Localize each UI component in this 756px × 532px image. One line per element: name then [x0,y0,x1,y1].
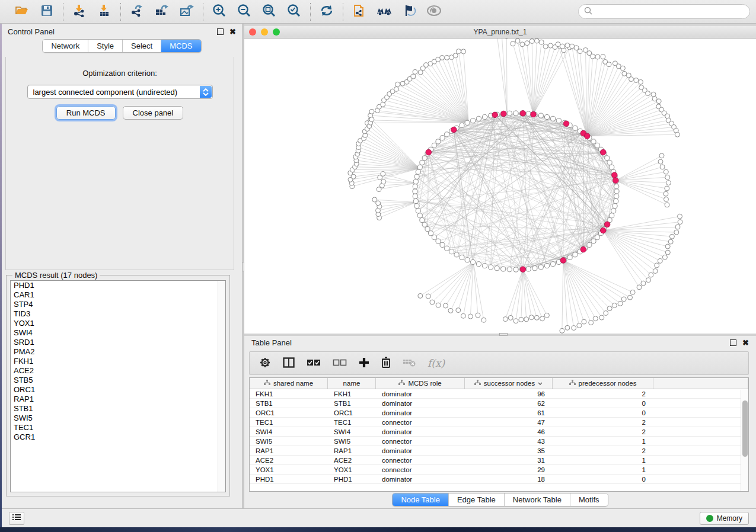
zoom-fit-button[interactable] [259,3,279,21]
cell-predecessor_nodes: 2 [553,418,653,427]
column-header-predecessor-nodes[interactable]: predecessor nodes [553,378,653,389]
mcds-result-item[interactable]: FKH1 [11,357,225,366]
optimization-criterion-select[interactable]: largest connected component (undirected) [27,85,213,99]
mcds-result-item[interactable]: ORC1 [11,385,225,395]
mcds-result-list: PHD1CAR1STP4TID3YOX1SWI4SRD1PMA2FKH1ACE2… [10,280,226,492]
select-all-button[interactable] [307,359,321,368]
control-panel-float-icon[interactable] [217,28,224,35]
network-graph[interactable] [244,39,756,334]
add-column-button[interactable] [359,357,369,370]
control-panel: Control Panel ✖ NetworkStyleSelectMCDS O… [2,24,242,508]
column-panel-button[interactable] [283,357,295,370]
mcds-result-item[interactable]: TEC1 [11,423,225,432]
table-row[interactable]: PHD1PHD1dominator180 [250,475,748,484]
cell-mcds_role: dominator [376,446,465,455]
delete-button[interactable] [381,357,391,370]
cell-mcds_role: dominator [376,399,465,408]
mcds-result-item[interactable]: ACE2 [11,366,225,376]
mcds-result-item[interactable]: SWI4 [11,328,225,338]
sort-chevron-icon [538,382,543,385]
tree-icon [474,380,481,387]
mcds-result-item[interactable]: GCR1 [11,432,225,442]
tab-select[interactable]: Select [122,40,161,52]
table-row[interactable]: YOX1YOX1connector291 [250,465,748,475]
cell-successor_nodes: 61 [465,408,553,417]
import-table-button[interactable] [94,3,114,21]
table-panel-float-icon[interactable] [730,339,736,346]
tab-network-table[interactable]: Network Table [504,493,570,506]
table-row[interactable]: STB1STB1dominator620 [250,399,748,408]
export-network-button[interactable] [127,3,147,21]
tab-motifs[interactable]: Motifs [570,493,608,506]
table-scrollbar-thumb[interactable] [742,400,748,457]
tab-style[interactable]: Style [88,40,122,52]
table-row[interactable]: ORC1ORC1dominator610 [250,408,748,418]
network-window-titlebar[interactable]: YPA_prune.txt_1 [244,26,756,39]
column-header-MCDS-role[interactable]: MCDS role [376,378,465,389]
cell-name: ORC1 [328,408,376,417]
tab-node-table[interactable]: Node Table [393,493,448,506]
mcds-result-item[interactable]: PMA2 [11,347,225,357]
mcds-result-item[interactable]: CAR1 [11,290,225,300]
function-builder-button[interactable]: f(x) [428,357,445,369]
show-all-button[interactable] [424,3,444,21]
zoom-selected-button[interactable] [284,3,304,21]
open-session-button[interactable] [12,3,32,21]
first-neighbors-button[interactable] [374,3,394,21]
hide-selected-button[interactable] [399,3,419,21]
export-image-button[interactable] [177,3,197,21]
table-row[interactable]: RAP1RAP1dominator352 [250,446,748,456]
close-panel-button[interactable]: Close panel [123,106,184,120]
mcds-result-item[interactable]: TID3 [11,309,225,319]
mcds-list-scrollbar[interactable] [218,281,225,492]
column-label: shared name [273,380,313,387]
search-input[interactable] [592,8,744,16]
cell-name: FKH1 [328,389,376,398]
mcds-result-item[interactable]: STP4 [11,300,225,309]
save-session-button[interactable] [37,3,57,21]
show-all-icon [426,5,442,18]
mcds-result-item[interactable]: YOX1 [11,319,225,328]
zoom-in-button[interactable] [209,3,229,21]
gear-button[interactable] [259,357,271,370]
zoom-out-button[interactable] [234,3,254,21]
import-network-button[interactable] [69,3,90,21]
mcds-result-item[interactable]: PHD1 [11,281,225,290]
network-from-selection-button[interactable] [349,3,369,21]
network-view[interactable] [244,39,756,334]
mcds-result-item[interactable]: STB5 [11,376,225,385]
tab-edge-table[interactable]: Edge Table [448,493,504,506]
memory-button[interactable]: Memory [700,512,749,525]
table-panel-title: Table Panel [251,338,292,347]
cell-predecessor_nodes: 2 [553,389,653,398]
mcds-result-item[interactable]: SWI5 [11,414,225,423]
table-row[interactable]: FKH1FKH1dominator962 [250,389,748,399]
table-panel-close-icon[interactable]: ✖ [742,339,749,346]
mcds-result-item[interactable]: STB1 [11,404,225,414]
table-row[interactable]: SWI5SWI5connector431 [250,437,748,446]
column-label: MCDS role [408,380,441,387]
table-body: FKH1FKH1dominator962STB1STB1dominator620… [250,389,748,484]
column-label: successor nodes [484,380,535,387]
column-header-shared-name[interactable]: shared name [250,378,328,389]
tab-network[interactable]: Network [43,40,88,52]
cell-mcds_role: dominator [376,475,465,483]
export-table-button[interactable] [152,3,172,21]
delete-column-button[interactable] [403,358,416,368]
refresh-button[interactable] [317,3,337,21]
cell-name: STB1 [328,399,376,408]
mcds-result-item[interactable]: RAP1 [11,395,225,404]
tab-mcds[interactable]: MCDS [161,40,200,52]
table-row[interactable]: SWI4SWI4dominator462 [250,427,748,437]
task-history-button[interactable] [9,512,24,525]
unselect-all-button[interactable] [333,359,347,368]
table-row[interactable]: TEC1TEC1connector472 [250,418,748,427]
run-mcds-button[interactable]: Run MCDS [56,106,116,120]
control-panel-close-icon[interactable]: ✖ [229,28,236,35]
column-header-successor-nodes[interactable]: successor nodes [465,378,553,389]
column-header-name[interactable]: name [328,378,376,389]
cell-shared_name: TEC1 [250,418,328,427]
table-row[interactable]: ACE2ACE2connector311 [250,456,748,465]
mcds-result-item[interactable]: SRD1 [11,338,225,347]
table-scrollbar[interactable] [741,390,748,491]
